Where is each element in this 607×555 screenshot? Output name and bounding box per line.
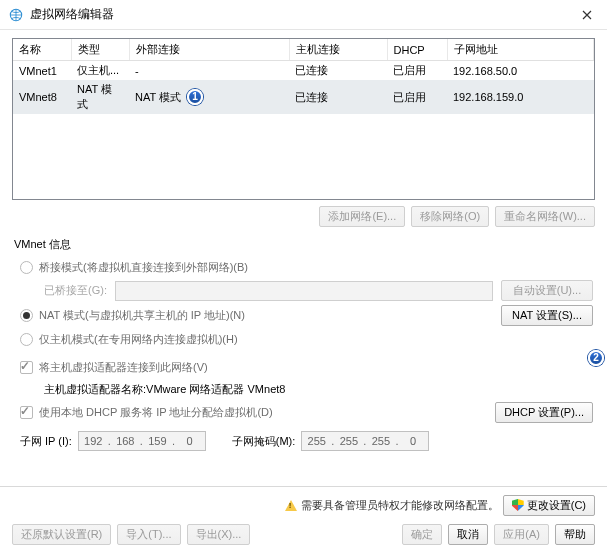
cell-host: 已连接 [289, 61, 387, 81]
subnet-ip-field: 192. 168. 159. 0 [78, 431, 206, 451]
network-table: 名称 类型 外部连接 主机连接 DHCP 子网地址 VMnet1 仅主机... … [12, 38, 595, 200]
close-button[interactable] [567, 0, 607, 30]
auto-settings-button: 自动设置(U)... [501, 280, 593, 301]
help-button[interactable]: 帮助 [555, 524, 595, 545]
bridged-to-label: 已桥接至(G): [44, 283, 107, 298]
subnet-fields: 子网 IP (I): 192. 168. 159. 0 子网掩码(M): 255… [14, 425, 593, 451]
table-row[interactable]: VMnet1 仅主机... - 已连接 已启用 192.168.50.0 [13, 61, 594, 81]
admin-note: 需要具备管理员特权才能修改网络配置。 [301, 498, 499, 513]
bridged-to-combo [115, 281, 493, 301]
ip-octet: 159 [143, 435, 172, 447]
ok-button: 确定 [402, 524, 442, 545]
virtual-network-editor-window: 虚拟网络编辑器 名称 类型 外部连接 主机连接 DHCP [0, 0, 607, 555]
ip-octet: 168 [111, 435, 140, 447]
host-adapter-name-row: 主机虚拟适配器名称: VMware 网络适配器 VMnet8 [14, 378, 593, 400]
ip-octet: 0 [175, 435, 204, 447]
window-title: 虚拟网络编辑器 [30, 6, 567, 23]
ip-octet: 255 [334, 435, 363, 447]
bridged-label: 桥接模式(将虚拟机直接连接到外部网络)(B) [39, 260, 248, 275]
ip-octet: 255 [302, 435, 331, 447]
add-network-button: 添加网络(E)... [319, 206, 405, 227]
apply-button: 应用(A) [494, 524, 549, 545]
table-row[interactable]: VMnet8 NAT 模式 NAT 模式 1 已连接 已启用 192.168.1… [13, 80, 594, 114]
col-host[interactable]: 主机连接 [289, 39, 387, 61]
globe-icon [8, 7, 24, 23]
host-adapter-name-prefix: 主机虚拟适配器名称: [44, 382, 146, 397]
nat-option: NAT 模式(与虚拟机共享主机的 IP 地址)(N) NAT 设置(S)... [14, 303, 593, 328]
table-header: 名称 类型 外部连接 主机连接 DHCP 子网地址 [13, 39, 594, 61]
annotation-badge-1: 1 [187, 89, 203, 105]
vmnet-info-group: VMnet 信息 桥接模式(将虚拟机直接连接到外部网络)(B) 已桥接至(G):… [12, 237, 595, 455]
cell-ext: NAT 模式 1 [129, 80, 289, 114]
nat-label: NAT 模式(与虚拟机共享主机的 IP 地址)(N) [39, 308, 245, 323]
change-settings-button[interactable]: 更改设置(C) [503, 495, 595, 516]
cell-subnet: 192.168.50.0 [447, 61, 594, 81]
checkbox-icon [20, 361, 33, 374]
ip-octet: 255 [366, 435, 395, 447]
radio-icon [20, 261, 33, 274]
col-type[interactable]: 类型 [71, 39, 129, 61]
subnet-mask-field: 255. 255. 255. 0 [301, 431, 429, 451]
radio-icon [20, 333, 33, 346]
host-adapter-check: 将主机虚拟适配器连接到此网络(V) [14, 356, 593, 378]
cell-ext: - [129, 61, 289, 81]
col-dhcp[interactable]: DHCP [387, 39, 447, 61]
host-adapter-label: 将主机虚拟适配器连接到此网络(V) [39, 360, 208, 375]
subnet-ip-label: 子网 IP (I): [20, 434, 72, 449]
ip-octet: 192 [79, 435, 108, 447]
remove-network-button: 移除网络(O) [411, 206, 489, 227]
cell-name: VMnet8 [13, 80, 71, 114]
annotation-badge-2: 2 [588, 350, 604, 366]
group-legend: VMnet 信息 [14, 237, 593, 252]
col-name[interactable]: 名称 [13, 39, 71, 61]
table-button-row: 添加网络(E)... 移除网络(O) 重命名网络(W)... [12, 206, 595, 227]
ip-octet: 0 [398, 435, 427, 447]
titlebar: 虚拟网络编辑器 [0, 0, 607, 30]
cancel-button[interactable]: 取消 [448, 524, 488, 545]
hostonly-option: 仅主机模式(在专用网络内连接虚拟机)(H) [14, 328, 593, 350]
checkbox-icon [20, 406, 33, 419]
cell-subnet: 192.168.159.0 [447, 80, 594, 114]
rename-network-button: 重命名网络(W)... [495, 206, 595, 227]
footer-buttons: 还原默认设置(R) 导入(T)... 导出(X)... 确定 取消 应用(A) … [12, 524, 595, 545]
cell-dhcp: 已启用 [387, 61, 447, 81]
radio-icon [20, 309, 33, 322]
hostonly-label: 仅主机模式(在专用网络内连接虚拟机)(H) [39, 332, 238, 347]
subnet-mask-label: 子网掩码(M): [232, 434, 296, 449]
col-subnet[interactable]: 子网地址 [447, 39, 594, 61]
cell-type: 仅主机... [71, 61, 129, 81]
cell-ext-text: NAT 模式 [135, 90, 181, 105]
close-icon [582, 10, 592, 20]
cell-name: VMnet1 [13, 61, 71, 81]
warning-icon [285, 500, 297, 511]
col-ext[interactable]: 外部连接 [129, 39, 289, 61]
nat-settings-button[interactable]: NAT 设置(S)... [501, 305, 593, 326]
cell-dhcp: 已启用 [387, 80, 447, 114]
bridged-option: 桥接模式(将虚拟机直接连接到外部网络)(B) [14, 256, 593, 278]
content-area: 名称 类型 外部连接 主机连接 DHCP 子网地址 VMnet1 仅主机... … [0, 30, 607, 486]
footer: 需要具备管理员特权才能修改网络配置。 更改设置(C) 还原默认设置(R) 导入(… [0, 486, 607, 555]
bridged-to-row: 已桥接至(G): 自动设置(U)... [14, 278, 593, 303]
dhcp-label: 使用本地 DHCP 服务将 IP 地址分配给虚拟机(D) [39, 405, 273, 420]
admin-note-row: 需要具备管理员特权才能修改网络配置。 更改设置(C) [12, 495, 595, 516]
cell-type: NAT 模式 [71, 80, 129, 114]
cell-host: 已连接 [289, 80, 387, 114]
import-button: 导入(T)... [117, 524, 180, 545]
host-adapter-name-value: VMware 网络适配器 VMnet8 [146, 382, 285, 397]
dhcp-settings-button[interactable]: DHCP 设置(P)... [495, 402, 593, 423]
restore-defaults-button: 还原默认设置(R) [12, 524, 111, 545]
export-button: 导出(X)... [187, 524, 251, 545]
dhcp-check: 使用本地 DHCP 服务将 IP 地址分配给虚拟机(D) DHCP 设置(P).… [14, 400, 593, 425]
